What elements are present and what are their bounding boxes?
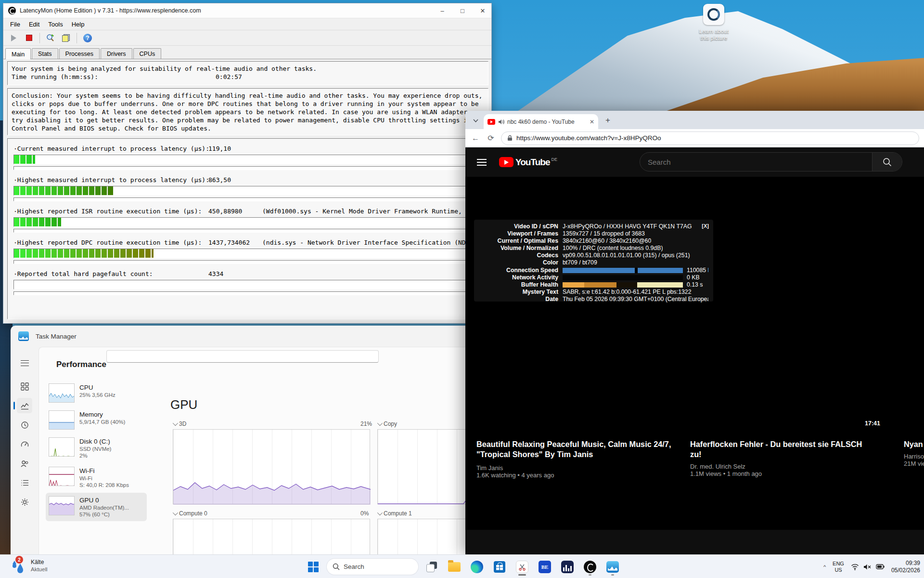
task-view-button[interactable] — [423, 558, 441, 576]
store-bag-icon — [494, 561, 505, 573]
clock-widget[interactable]: 09:39 05/02/2026 — [891, 560, 920, 574]
menu-tools[interactable]: Tools — [44, 19, 66, 29]
equalizer-app-button[interactable] — [558, 558, 577, 576]
menu-help[interactable]: Help — [68, 19, 89, 29]
help-button[interactable]: ? — [81, 32, 94, 44]
nav-performance[interactable] — [17, 398, 32, 413]
youtube-search-button[interactable] — [872, 153, 902, 171]
sensor-wifi[interactable]: Wi-Fi Wi-Fi S: 40,0 R: 208 Kbps — [46, 463, 147, 492]
analyze-button[interactable] — [44, 32, 57, 44]
learn-about-picture-icon[interactable] — [703, 4, 724, 25]
hamburger-icon — [21, 360, 29, 366]
nav-users[interactable] — [17, 456, 32, 471]
close-button[interactable]: ✕ — [479, 7, 487, 14]
start-button[interactable] — [304, 558, 322, 576]
suggested-video-title[interactable]: Beautiful Relaxing Peaceful Music, Calm … — [476, 439, 691, 460]
nav-app-history[interactable] — [17, 417, 32, 433]
suggested-video-channel[interactable]: Tim Janis — [476, 464, 691, 472]
startup-gauge-icon — [21, 440, 29, 448]
tab-close-button[interactable]: ✕ — [590, 118, 594, 125]
tab-stats[interactable]: Stats — [32, 48, 58, 59]
stop-icon — [26, 35, 32, 41]
weather-subline: Aktuell — [31, 566, 48, 573]
chevron-down-icon — [173, 510, 178, 515]
gpu-compute0-value: 0% — [360, 510, 369, 517]
suggested-video-card[interactable]: Beautiful Relaxing Peaceful Music, Calm … — [476, 439, 691, 479]
edge-browser-button[interactable] — [468, 558, 486, 576]
gpu-copy-section-label[interactable]: Copy — [377, 420, 397, 427]
suggested-video-channel[interactable]: Harriso — [904, 453, 924, 460]
tray-overflow-chevron[interactable]: ^ — [823, 565, 826, 569]
video-duration-badge: 17:41 — [865, 420, 880, 427]
latency-bar-fill — [14, 218, 61, 226]
tab-drivers[interactable]: Drivers — [101, 48, 132, 59]
file-explorer-button[interactable] — [445, 558, 463, 576]
gpu-3d-section-label[interactable]: 3D — [173, 420, 186, 427]
battery-icon[interactable] — [876, 564, 885, 570]
latencymon-taskbar-button[interactable] — [581, 558, 599, 576]
gpu-compute0-section-label[interactable]: Compute 0 — [173, 510, 207, 517]
metric-detail: (Wdf01000.sys - Kernel Mode Driver Frame… — [262, 207, 482, 215]
suggested-video-title[interactable]: Haferflocken Fehler - Du bereitest sie F… — [690, 439, 871, 460]
metric-highest-latency: ·Highest measured interrupt to process l… — [13, 176, 482, 201]
nav-processes[interactable] — [17, 379, 32, 394]
maximize-button[interactable]: □ — [459, 7, 466, 14]
start-monitor-button[interactable] — [7, 32, 20, 44]
gpu-compute1-section-label[interactable]: Compute 1 — [377, 510, 412, 517]
latencymon-titlebar[interactable]: LatencyMon (Home Edition ) v 7.31 - http… — [3, 3, 491, 18]
task-manager-titlebar[interactable]: Task Manager — [11, 326, 492, 347]
minimize-button[interactable]: – — [438, 7, 446, 14]
suggested-video-channel[interactable]: Dr. med. Ulrich Selz — [690, 463, 871, 470]
refresh-button[interactable]: ⟳ — [486, 133, 496, 143]
stop-monitor-button[interactable] — [23, 32, 35, 44]
youtube-logo[interactable]: YouTube DE — [499, 157, 557, 167]
sensor-memory[interactable]: Memory 5,9/14,7 GB (40%) — [46, 407, 147, 433]
edge-icon — [471, 561, 483, 573]
wifi-icon[interactable] — [851, 564, 859, 570]
back-button[interactable]: ← — [470, 134, 481, 143]
suggested-video-card-clipped[interactable]: Nyan C Harriso 21M vie — [904, 439, 924, 467]
metric-isr-time: ·Highest reported ISR routine execution … — [13, 207, 482, 233]
snipping-tool-button[interactable] — [513, 558, 531, 576]
tab-cpus[interactable]: CPUs — [133, 48, 162, 59]
tab-audio-icon[interactable] — [498, 119, 504, 125]
search-icon — [883, 158, 892, 167]
latencymon-window: LatencyMon (Home Edition ) v 7.31 - http… — [3, 3, 492, 324]
tab-main[interactable]: Main — [5, 48, 31, 59]
suggested-video-title[interactable]: Nyan C — [904, 439, 924, 449]
volume-muted-icon[interactable] — [863, 564, 872, 570]
tab-processes[interactable]: Processes — [59, 48, 100, 59]
task-manager-taskbar-button[interactable] — [603, 558, 622, 576]
taskbar-search-box[interactable]: Search — [327, 559, 418, 575]
browser-tab-youtube[interactable]: nbc 4k60 demo - YouTube ✕ — [484, 114, 598, 129]
menu-edit[interactable]: Edit — [25, 19, 43, 29]
youtube-search-bar[interactable]: Search — [640, 152, 902, 171]
browser-toolbar: ← ⟳ https://www.youtube.com/watch?v=J-x8… — [465, 129, 924, 147]
spotlight-desktop-icon[interactable]: Learn about this picture — [697, 4, 731, 41]
latencymon-window-title: LatencyMon (Home Edition ) v 7.31 - http… — [20, 7, 201, 14]
nav-startup-apps[interactable] — [17, 436, 32, 452]
taskbar-weather-widget[interactable]: 2 Kälte Aktuell — [12, 557, 48, 574]
task-manager-search-box[interactable] — [106, 350, 379, 363]
play-icon — [11, 35, 16, 41]
menu-file[interactable]: File — [6, 19, 24, 29]
cpu-thumbnail-graph — [49, 383, 75, 403]
new-tab-button[interactable]: + — [602, 115, 614, 126]
sensor-cpu[interactable]: CPU 25% 3,56 GHz — [46, 380, 147, 406]
address-bar[interactable]: https://www.youtube.com/watch?v=J-x8HPyQ… — [501, 131, 919, 145]
language-indicator[interactable]: ENG US — [833, 561, 844, 573]
suggested-video-card[interactable]: Haferflocken Fehler - Du bereitest sie F… — [690, 439, 871, 477]
sensor-disk[interactable]: Disk 0 (C:) SSD (NVMe) 2% — [46, 434, 147, 462]
stats-close-button[interactable]: [X] — [702, 223, 709, 230]
video-player[interactable]: [X] Video ID / sCPNJ-x8HPyQROo / HXXH HA… — [465, 177, 924, 530]
youtube-menu-icon[interactable] — [477, 159, 487, 166]
nav-details[interactable] — [17, 475, 32, 490]
nav-services[interactable] — [17, 494, 32, 510]
copy-report-button[interactable] — [60, 32, 72, 44]
sensor-gpu[interactable]: GPU 0 AMD Radeon(TM)... 57% (60 °C) — [46, 493, 147, 521]
tab-search-button[interactable] — [469, 114, 482, 127]
nav-menu-button[interactable] — [17, 355, 32, 371]
sensor-name: GPU 0 — [79, 496, 129, 504]
microsoft-store-button[interactable] — [490, 558, 509, 576]
be-app-button[interactable]: BE — [536, 558, 554, 576]
